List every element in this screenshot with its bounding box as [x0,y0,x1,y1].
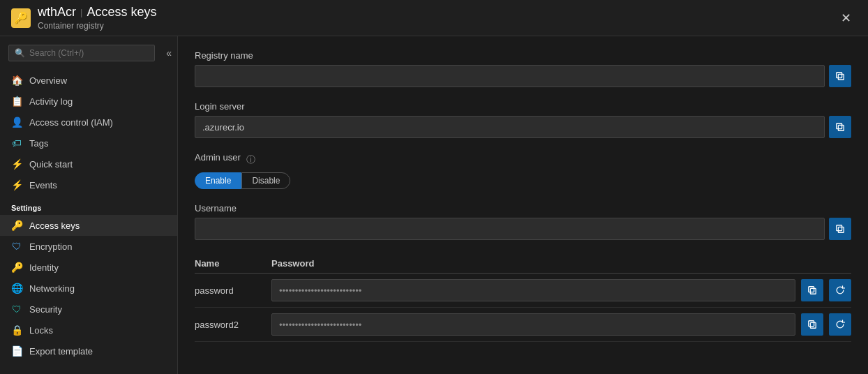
svg-rect-1 [837,73,842,78]
login-server-row [195,116,851,138]
table-row: password2 [195,308,851,342]
svg-rect-8 [810,322,816,328]
nav-label-locks: Locks [29,325,53,336]
username-copy-button[interactable] [829,218,851,240]
page-title: Access keys [87,5,156,20]
registry-name-input[interactable] [195,65,825,87]
pw-name-col-header: Name [195,258,271,269]
registry-name-row [195,65,851,87]
pw-row1-input[interactable] [271,279,795,301]
nav-label-networking: Networking [29,283,75,294]
header-left: 🔑 wthAcr | Access keys Container registr… [11,5,156,31]
tags-icon: 🏷 [11,137,22,149]
settings-section-label: Settings [0,195,177,215]
main-layout: 🔍 « 🏠 Overview 📋 Activity log 👤 Access c… [0,36,868,374]
nav-item-quick-start[interactable]: ⚡ Quick start [0,154,177,174]
nav-label-access-control: Access control (IAM) [29,117,113,128]
admin-user-group: Admin user ⓘ Enable Disable [195,152,851,189]
nav-item-export-template[interactable]: 📄 Export template [0,341,177,361]
nav-label-quick-start: Quick start [29,159,73,170]
admin-user-toggle: Enable Disable [195,172,851,189]
nav-item-events[interactable]: ⚡ Events [0,174,177,195]
quick-start-icon: ⚡ [11,158,22,170]
copy-icon-5 [807,320,817,329]
username-row [195,218,851,240]
export-template-icon: 📄 [11,345,22,357]
nav-item-access-keys[interactable]: 🔑 Access keys [0,215,177,236]
access-control-icon: 👤 [11,117,22,128]
svg-rect-7 [809,287,814,292]
search-input[interactable] [29,48,149,58]
pw-row1-refresh-button[interactable] [829,279,851,301]
registry-name-group: Registry name [195,50,851,87]
events-icon: ⚡ [11,179,22,190]
pw-table-header: Name Password [195,254,851,274]
copy-icon [835,71,845,81]
nav-label-identity: Identity [29,262,59,273]
table-row: password [195,274,851,308]
nav-item-locks[interactable]: 🔒 Locks [0,320,177,341]
access-keys-icon: 🔑 [11,220,22,231]
username-input[interactable] [195,218,825,240]
pw-row2-copy-button[interactable] [801,313,823,336]
nav-label-export-template: Export template [29,346,93,357]
title-row: wthAcr | Access keys [38,5,156,20]
login-server-copy-button[interactable] [829,116,851,138]
username-group: Username [195,203,851,240]
registry-name-label: Registry name [195,50,851,61]
content-area: Registry name Login server Admin user [178,36,868,374]
nav-item-encryption[interactable]: 🛡 Encryption [0,236,177,257]
nav-item-overview[interactable]: 🏠 Overview [0,70,177,91]
pw-password-col-header: Password [271,258,851,269]
username-label: Username [195,203,851,214]
resource-name: wthAcr [38,5,76,20]
nav-item-identity[interactable]: 🔑 Identity [0,257,177,278]
login-server-group: Login server [195,101,851,138]
svg-rect-2 [838,125,844,130]
nav-item-tags[interactable]: 🏷 Tags [0,133,177,154]
info-icon: ⓘ [246,154,255,166]
login-server-input[interactable] [195,116,825,138]
admin-user-row: Admin user ⓘ [195,152,851,167]
page-subtitle: Container registry [38,21,156,31]
enable-button[interactable]: Enable [195,172,241,189]
sidebar: 🔍 « 🏠 Overview 📋 Activity log 👤 Access c… [0,36,178,374]
svg-rect-3 [837,124,842,129]
nav-item-networking[interactable]: 🌐 Networking [0,278,177,299]
pw-row2-name: password2 [195,320,266,330]
disable-button[interactable]: Disable [241,172,290,189]
refresh-icon [835,285,845,295]
locks-icon: 🔒 [11,324,22,336]
nav-label-tags: Tags [29,138,48,149]
registry-name-copy-button[interactable] [829,65,851,87]
networking-icon: 🌐 [11,283,22,294]
nav-item-security[interactable]: 🛡 Security [0,299,177,320]
encryption-icon: 🛡 [11,241,22,252]
close-button[interactable]: ✕ [835,8,857,29]
search-box[interactable]: 🔍 [8,45,155,61]
overview-icon: 🏠 [11,75,22,86]
refresh-icon-2 [835,320,845,329]
header: 🔑 wthAcr | Access keys Container registr… [0,0,868,36]
pw-row2-input[interactable] [271,313,795,336]
nav-label-security: Security [29,304,62,315]
pw-row2-refresh-button[interactable] [829,313,851,336]
passwords-table: Name Password password password2 [195,254,851,342]
search-icon: 🔍 [15,48,25,58]
copy-icon-3 [835,224,845,234]
activity-log-icon: 📋 [11,96,22,107]
security-icon: 🛡 [11,304,22,315]
nav-label-encryption: Encryption [29,241,72,252]
admin-user-label: Admin user [195,152,241,163]
svg-rect-5 [837,225,842,231]
copy-icon-2 [835,122,845,132]
collapse-button[interactable]: « [163,45,174,61]
nav-item-activity-log[interactable]: 📋 Activity log [0,91,177,112]
title-group: wthAcr | Access keys Container registry [38,5,156,31]
title-separator: | [80,7,82,17]
pw-row1-copy-button[interactable] [801,279,823,301]
header-icon: 🔑 [11,8,31,28]
login-server-label: Login server [195,101,851,112]
nav-item-access-control[interactable]: 👤 Access control (IAM) [0,112,177,133]
nav-label-events: Events [29,180,57,190]
